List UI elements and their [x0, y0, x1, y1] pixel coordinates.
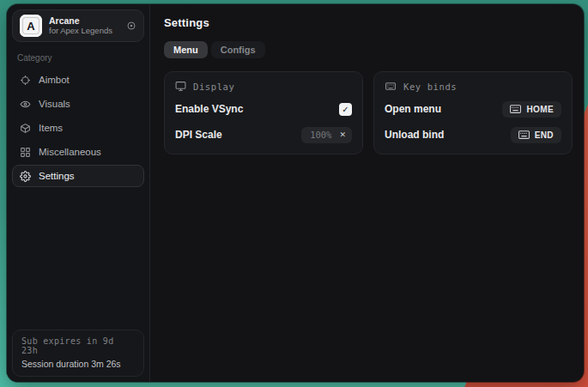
display-card-title: Display [193, 82, 234, 92]
sidebar-item-settings[interactable]: Settings [12, 165, 144, 187]
dpi-scale-label: DPI Scale [175, 129, 222, 141]
sidebar-item-label: Settings [39, 171, 75, 181]
vsync-checkbox[interactable]: ✓ [339, 103, 352, 116]
crosshair-icon [20, 75, 31, 86]
keyboard-icon [518, 130, 530, 139]
brand-card: A Arcane for Apex Legends [12, 9, 144, 42]
display-card-header: Display [175, 81, 352, 92]
enable-vsync-label: Enable VSync [175, 103, 243, 115]
keybinds-card: Key binds Open menu HOME [373, 71, 573, 154]
keybinds-card-header: Key binds [385, 81, 561, 92]
page-title: Settings [164, 16, 573, 29]
dpi-scale-row: DPI Scale 100% ✕ [175, 126, 352, 143]
open-menu-key: HOME [526, 105, 554, 114]
brand-logo: A [20, 15, 42, 37]
brand-subtitle: for Apex Legends [49, 27, 112, 36]
sidebar-item-aimbot[interactable]: Aimbot [12, 69, 144, 91]
keyboard-icon [510, 105, 521, 113]
sub-expires-text: Sub expires in 9d 23h [21, 336, 135, 355]
sidebar-item-visuals[interactable]: Visuals [12, 93, 144, 115]
unload-bind-keybind[interactable]: END [511, 127, 561, 143]
box-icon [20, 123, 31, 134]
category-label: Category [17, 53, 139, 63]
sidebar: A Arcane for Apex Legends Category [7, 4, 150, 382]
settings-cards: Display Enable VSync ✓ DPI Scale 100% ✕ [164, 71, 573, 154]
brand-text: Arcane for Apex Legends [49, 15, 112, 36]
eye-icon [20, 99, 31, 110]
open-menu-label: Open menu [385, 103, 441, 115]
unload-bind-row: Unload bind END [385, 126, 561, 143]
session-info-card: Sub expires in 9d 23h Session duration 3… [12, 330, 144, 377]
unload-bind-key: END [535, 130, 554, 140]
brand-title: Arcane [49, 15, 112, 26]
keybinds-card-title: Key binds [403, 82, 457, 92]
sidebar-item-miscellaneous[interactable]: Miscellaneous [12, 141, 144, 163]
monitor-icon [175, 81, 186, 92]
tab-configs[interactable]: Configs [211, 41, 265, 58]
target-icon[interactable] [126, 21, 136, 31]
keyboard-icon [385, 81, 397, 92]
category-nav: Aimbot Visuals Items [12, 69, 144, 187]
sidebar-item-label: Items [39, 123, 63, 133]
dpi-scale-input[interactable]: 100% ✕ [301, 127, 352, 143]
session-duration-text: Session duration 3m 26s [21, 359, 135, 369]
enable-vsync-row: Enable VSync ✓ [175, 100, 352, 118]
sidebar-item-items[interactable]: Items [12, 117, 144, 139]
tab-menu[interactable]: Menu [164, 41, 208, 58]
app-window: A Arcane for Apex Legends Category [7, 4, 584, 382]
gear-icon [20, 171, 31, 182]
unload-bind-label: Unload bind [385, 129, 444, 141]
dpi-scale-value: 100% [310, 130, 331, 140]
sidebar-item-label: Visuals [39, 99, 70, 109]
close-icon[interactable]: ✕ [339, 130, 346, 139]
sidebar-item-label: Miscellaneous [39, 147, 101, 157]
tab-bar: Menu Configs [164, 41, 573, 58]
main-content: Settings Menu Configs Display [150, 4, 584, 382]
grid-icon [20, 147, 31, 158]
sidebar-item-label: Aimbot [39, 75, 70, 85]
open-menu-row: Open menu HOME [385, 100, 561, 118]
display-card: Display Enable VSync ✓ DPI Scale 100% ✕ [164, 71, 363, 154]
open-menu-keybind[interactable]: HOME [502, 101, 561, 118]
